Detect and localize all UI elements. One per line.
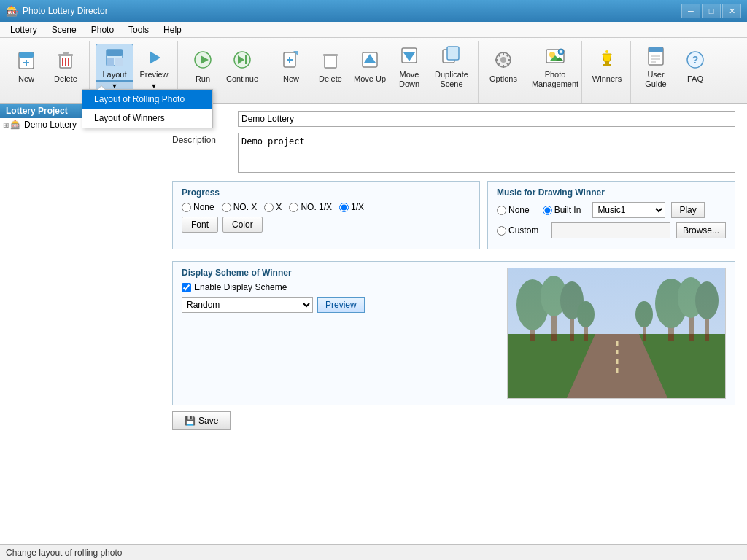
svg-rect-24 bbox=[325, 55, 336, 68]
progress-no-1x-option[interactable]: NO. 1/X bbox=[289, 202, 332, 212]
progress-title: Progress bbox=[182, 187, 471, 198]
run-button[interactable]: Run bbox=[184, 44, 222, 89]
progress-1x-option[interactable]: 1/X bbox=[339, 202, 364, 212]
delete-lottery-button[interactable]: Delete bbox=[47, 44, 85, 89]
layout-dropdown-menu: Layout of Rolling Photo Layout of Winner… bbox=[82, 89, 213, 128]
progress-no-x-radio[interactable] bbox=[222, 203, 231, 212]
description-control-area: Demo project bbox=[238, 133, 735, 175]
faq-button[interactable]: ? FAQ bbox=[676, 44, 714, 89]
delete-scene-icon bbox=[320, 50, 341, 73]
title-controls: ─ □ ✕ bbox=[681, 4, 741, 18]
progress-section: Progress None NO. X X NO. 1/X bbox=[172, 181, 480, 249]
scene-toolbar-group: New Delete Move Up bbox=[268, 41, 479, 103]
maximize-button[interactable]: □ bbox=[702, 4, 721, 18]
browse-button[interactable]: Browse... bbox=[676, 222, 726, 238]
font-button[interactable]: Font bbox=[182, 217, 218, 233]
enable-display-scheme-option[interactable]: Enable Display Scheme bbox=[182, 282, 492, 292]
preview-main-button[interactable]: Preview bbox=[135, 44, 173, 81]
move-down-button[interactable]: Move Down bbox=[390, 44, 428, 89]
photo-management-button[interactable]: Photo Management bbox=[533, 44, 577, 89]
move-up-icon bbox=[360, 50, 380, 73]
play-button[interactable]: Play bbox=[671, 202, 704, 218]
menu-photo[interactable]: Photo bbox=[84, 23, 121, 36]
title-bar: 🎰 Photo Lottery Director ─ □ ✕ bbox=[0, 0, 747, 22]
faq-icon: ? bbox=[685, 50, 705, 73]
winners-toolbar-group: Winners bbox=[584, 41, 631, 103]
photo-management-icon bbox=[545, 45, 565, 69]
music-custom-option[interactable]: Custom bbox=[497, 225, 538, 236]
music-none-option[interactable]: None bbox=[497, 205, 530, 215]
progress-x-radio[interactable] bbox=[264, 203, 274, 212]
move-up-label: Move Up bbox=[354, 74, 386, 84]
delete-scene-button[interactable]: Delete bbox=[311, 44, 349, 89]
new-lottery-button[interactable]: New bbox=[7, 44, 45, 89]
app-icon: 🎰 bbox=[6, 5, 18, 17]
menu-lottery[interactable]: Lottery bbox=[3, 23, 44, 36]
progress-1x-radio[interactable] bbox=[339, 203, 349, 212]
preview-split-button[interactable]: Preview ▼ bbox=[135, 44, 173, 91]
app-title: Photo Lottery Director bbox=[23, 6, 108, 16]
svg-marker-14 bbox=[150, 51, 160, 64]
minimize-button[interactable]: ─ bbox=[681, 4, 700, 18]
save-label: Save bbox=[198, 416, 218, 426]
duplicate-scene-icon bbox=[441, 45, 462, 69]
progress-radio-group: None NO. X X NO. 1/X 1/X bbox=[182, 202, 471, 212]
user-guide-label: User Guide bbox=[639, 70, 673, 89]
progress-no-1x-radio[interactable] bbox=[289, 203, 298, 212]
font-color-buttons: Font Color bbox=[182, 217, 471, 233]
save-button[interactable]: 💾 Save bbox=[172, 411, 231, 430]
delete-scene-label: Delete bbox=[319, 74, 342, 84]
layout-rolling-photo-item[interactable]: Layout of Rolling Photo bbox=[82, 90, 212, 109]
music-none-radio[interactable] bbox=[497, 206, 506, 215]
layout-main-button[interactable]: Layout bbox=[96, 44, 133, 81]
svg-rect-41 bbox=[605, 61, 609, 64]
enable-display-scheme-checkbox[interactable] bbox=[182, 283, 191, 292]
music-builtin-option[interactable]: Built In bbox=[543, 205, 581, 215]
music-custom-radio[interactable] bbox=[497, 226, 506, 236]
user-guide-button[interactable]: User Guide bbox=[637, 44, 675, 89]
music-custom-row: Custom Browse... bbox=[497, 222, 726, 238]
progress-none-option[interactable]: None bbox=[182, 202, 214, 212]
display-title: Display Scheme of Winner bbox=[182, 268, 492, 278]
svg-rect-25 bbox=[323, 54, 338, 56]
music-select[interactable]: Music1 Music2 Music3 bbox=[592, 202, 665, 218]
save-icon: 💾 bbox=[185, 416, 196, 426]
progress-none-radio[interactable] bbox=[182, 203, 191, 212]
music-builtin-radio[interactable] bbox=[543, 206, 552, 215]
layout-split-button[interactable]: Layout ▼ bbox=[96, 44, 133, 91]
name-input[interactable] bbox=[238, 111, 735, 127]
menu-scene[interactable]: Scene bbox=[44, 23, 84, 36]
music-none-row: None Built In Music1 Music2 Music3 Play bbox=[497, 202, 726, 218]
preview-scheme-button[interactable]: Preview bbox=[317, 297, 365, 313]
description-input[interactable]: Demo project bbox=[238, 133, 735, 173]
close-button[interactable]: ✕ bbox=[722, 4, 741, 18]
svg-point-43 bbox=[605, 50, 608, 53]
progress-no-x-option[interactable]: NO. X bbox=[222, 202, 258, 212]
enable-display-scheme-label: Enable Display Scheme bbox=[194, 282, 287, 292]
color-button[interactable]: Color bbox=[222, 217, 263, 233]
progress-x-option[interactable]: X bbox=[264, 202, 282, 212]
description-label: Description bbox=[172, 133, 238, 145]
move-up-button[interactable]: Move Up bbox=[351, 44, 389, 89]
new-lottery-label: New bbox=[18, 74, 34, 84]
new-scene-button[interactable]: New bbox=[272, 44, 310, 89]
layout-winners-item[interactable]: Layout of Winners bbox=[82, 109, 212, 128]
continue-label: Continue bbox=[226, 74, 258, 84]
options-toolbar-group: Options bbox=[480, 41, 527, 103]
custom-music-input[interactable] bbox=[551, 222, 670, 238]
run-icon bbox=[193, 50, 213, 73]
continue-button[interactable]: Continue bbox=[223, 44, 261, 89]
duplicate-scene-button[interactable]: Duplicate Scene bbox=[430, 44, 473, 89]
display-section: Display Scheme of Winner Enable Display … bbox=[172, 261, 735, 405]
scheme-select[interactable]: Random Scheme1 Scheme2 bbox=[182, 297, 313, 313]
status-text: Change layout of rolling photo bbox=[6, 548, 122, 558]
menu-help[interactable]: Help bbox=[156, 23, 189, 36]
name-control-area bbox=[238, 111, 735, 127]
menu-tools[interactable]: Tools bbox=[121, 23, 156, 36]
options-button[interactable]: Options bbox=[484, 44, 522, 89]
content-area: Lottery Project ⊞ 🎰 Demo Lottery Name De… bbox=[0, 104, 747, 544]
winners-button[interactable]: Winners bbox=[588, 44, 626, 89]
new-scene-label: New bbox=[283, 74, 299, 84]
main-panel: Name Description Demo project Progress N… bbox=[160, 104, 747, 544]
svg-rect-72 bbox=[508, 268, 726, 334]
